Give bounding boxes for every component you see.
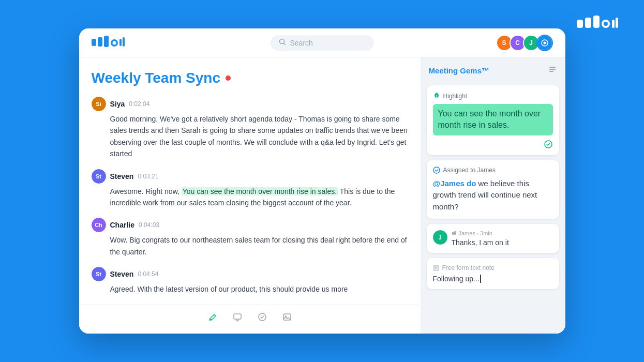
leaf-icon bbox=[433, 92, 440, 101]
highlight-label: Highlight bbox=[433, 92, 553, 101]
gems-list-icon bbox=[548, 65, 557, 76]
message-text: Wow. Big congrats to our northeastern sa… bbox=[110, 234, 408, 258]
message-header: St Steven 0:03:21 bbox=[92, 169, 408, 184]
speaker-name: Steven bbox=[110, 172, 134, 180]
avatar-group: S C J bbox=[496, 35, 553, 51]
highlight-gem-text: You can see the month over month rise in… bbox=[433, 104, 553, 135]
response-author: James · 3min bbox=[459, 230, 492, 236]
james-message: Thanks, I am on it bbox=[452, 238, 553, 247]
speaker-name: Charlie bbox=[110, 221, 134, 229]
svg-rect-26 bbox=[452, 232, 454, 235]
transcript-panel[interactable]: Weekly Team Sync Si Siya 0:02:04 Good mo… bbox=[79, 57, 421, 334]
speaker-name: Siya bbox=[110, 100, 125, 108]
svg-rect-9 bbox=[104, 36, 109, 47]
james-response: J James · 3min Thanks, I am on it bbox=[433, 230, 553, 247]
mention-tag: @James do bbox=[433, 179, 476, 188]
text-cursor bbox=[480, 275, 481, 283]
speaker-avatar: Si bbox=[92, 97, 106, 111]
svg-rect-21 bbox=[549, 67, 556, 68]
message-header: Ch Charlie 0:04:03 bbox=[92, 218, 408, 232]
james-info: James · 3min Thanks, I am on it bbox=[452, 230, 553, 247]
timestamp: 0:04:54 bbox=[138, 270, 158, 278]
gem-type-label: Highlight bbox=[443, 93, 468, 100]
message-block: St Steven 0:03:21 Awesome. Right now, Yo… bbox=[92, 169, 408, 209]
svg-point-16 bbox=[543, 41, 546, 44]
speaker-name: Steven bbox=[110, 270, 134, 278]
avatar-active bbox=[536, 35, 553, 51]
text-note-label: Free form text note bbox=[433, 264, 553, 272]
svg-point-11 bbox=[112, 41, 116, 44]
message-header: Si Siya 0:02:04 bbox=[92, 97, 408, 111]
svg-rect-5 bbox=[612, 20, 615, 28]
message-block: Ch Charlie 0:04:03 Wow. Big congrats to … bbox=[92, 218, 408, 258]
message-text: Agreed. With the latest version of our p… bbox=[110, 283, 408, 295]
message-block: Si Siya 0:02:04 Good morning. We've got … bbox=[92, 97, 408, 160]
svg-rect-0 bbox=[577, 20, 583, 28]
app-window: Search S C J bbox=[79, 28, 565, 334]
action-gem-card: Assigned to James @James do we believe t… bbox=[427, 160, 559, 219]
action-text: @James do we believe this growth trend w… bbox=[433, 178, 553, 213]
svg-rect-2 bbox=[593, 16, 600, 28]
gems-title: Meeting Gems™ bbox=[429, 66, 490, 75]
svg-rect-8 bbox=[98, 37, 102, 47]
search-label: Search bbox=[290, 39, 313, 47]
header-logo bbox=[92, 36, 125, 50]
action-tool-button[interactable] bbox=[255, 310, 269, 324]
svg-rect-7 bbox=[92, 39, 96, 46]
timestamp: 0:02:04 bbox=[129, 100, 149, 108]
text-note-content[interactable]: Following up... bbox=[433, 275, 553, 283]
svg-rect-22 bbox=[549, 69, 556, 70]
message-block: St Steven 0:04:54 Agreed. With the lates… bbox=[92, 267, 408, 295]
svg-rect-6 bbox=[616, 18, 618, 28]
text-note-card[interactable]: Free form text note Following up... bbox=[427, 258, 559, 289]
svg-rect-27 bbox=[454, 231, 456, 235]
bottom-toolbar bbox=[79, 305, 421, 329]
svg-rect-13 bbox=[123, 37, 125, 47]
meeting-title: Weekly Team Sync bbox=[92, 70, 221, 86]
main-content: Weekly Team Sync Si Siya 0:02:04 Good mo… bbox=[79, 57, 565, 334]
message-header: St Steven 0:04:54 bbox=[92, 267, 408, 281]
timestamp: 0:03:21 bbox=[138, 173, 158, 180]
message-text: Good morning. We've got a relatively sho… bbox=[110, 113, 408, 160]
response-gem-card: J James · 3min Thanks, I am on it bbox=[427, 224, 559, 253]
timestamp: 0:04:03 bbox=[139, 221, 159, 229]
assigned-label: Assigned to James bbox=[433, 167, 553, 174]
speaker-avatar: Ch bbox=[92, 218, 106, 232]
highlighted-text: You can see the month over month rise in… bbox=[182, 187, 338, 195]
highlight-gem-card: Highlight You can see the month over mon… bbox=[427, 85, 559, 155]
svg-rect-12 bbox=[119, 39, 122, 46]
header: Search S C J bbox=[79, 28, 565, 57]
search-icon bbox=[279, 38, 286, 48]
search-bar[interactable]: Search bbox=[271, 35, 374, 51]
speaker-avatar: St bbox=[92, 267, 106, 281]
svg-rect-23 bbox=[549, 71, 553, 72]
comment-tool-button[interactable] bbox=[230, 310, 245, 324]
gems-header: Meeting Gems™ bbox=[427, 57, 559, 80]
message-text: Awesome. Right now, You can see the mont… bbox=[110, 186, 408, 209]
image-tool-button[interactable] bbox=[280, 310, 294, 324]
svg-point-4 bbox=[604, 22, 608, 26]
james-meta: James · 3min bbox=[452, 230, 553, 236]
text-note-placeholder: Free form text note bbox=[442, 264, 495, 272]
gem-checkmark bbox=[433, 140, 553, 149]
james-avatar: J bbox=[433, 230, 447, 245]
gems-panel: Meeting Gems™ bbox=[421, 57, 565, 334]
assigned-to-label: Assigned to James bbox=[443, 167, 496, 174]
meeting-title-row: Weekly Team Sync bbox=[92, 70, 408, 86]
svg-rect-1 bbox=[585, 18, 591, 28]
top-logo bbox=[577, 14, 618, 35]
live-indicator bbox=[226, 76, 231, 81]
highlight-tool-button[interactable] bbox=[205, 310, 220, 324]
speaker-avatar: St bbox=[92, 169, 106, 184]
svg-rect-17 bbox=[234, 314, 241, 319]
svg-point-25 bbox=[433, 167, 440, 173]
